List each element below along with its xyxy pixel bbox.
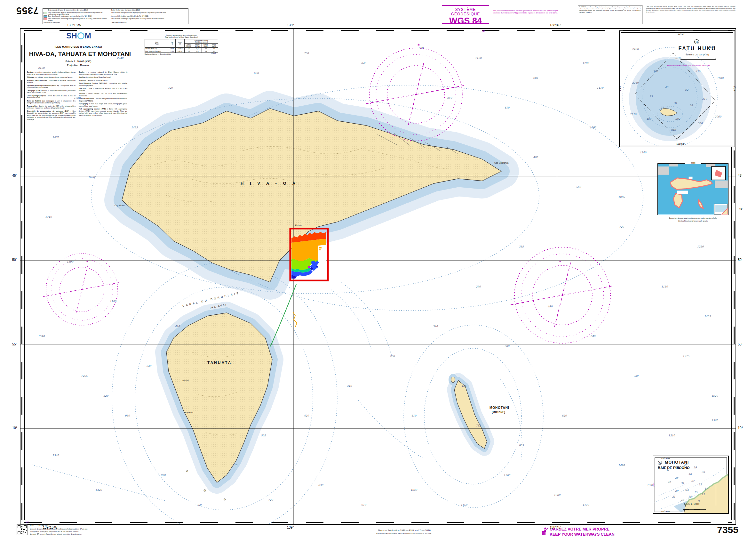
island-label-hiva-oa: H I V A - O A xyxy=(241,181,298,186)
note-paragraph: Positions géographiques : rapportées au … xyxy=(27,79,76,84)
island-tahuata xyxy=(166,313,272,483)
region-title: ÎLES MARQUISES (FENUA ENATA) xyxy=(38,45,118,48)
note-paragraph: Topographie : d'après les cartes de l'IG… xyxy=(27,105,76,109)
coverage-caption-en: Limits of insets and larger scale charts xyxy=(654,220,732,222)
shom-logo-right: M xyxy=(85,31,91,40)
place-atuona: Atuona xyxy=(295,224,302,226)
tide-col-heights: Hauteurs en mètres (Heights in metres) xyxy=(185,39,218,43)
note-paragraph: Dispositifs de concentration de poissons… xyxy=(27,110,76,121)
tide-col-mhwn: PMME MHWN xyxy=(193,43,202,47)
inset-a-subtitle: BAIE DE PUIOONO xyxy=(658,466,690,470)
qr-code xyxy=(17,524,28,535)
inset-a-lon-top: 138°50′W xyxy=(661,457,670,459)
note-paragraph: Levés hydrographiques : levés du Shom de… xyxy=(27,95,76,99)
inset-b-title: FATU HUKU xyxy=(672,46,722,52)
note-paragraph: Sondes : en mètres, rapportées au zéro h… xyxy=(27,71,76,75)
inset-b-badge: B xyxy=(694,39,699,44)
place-cap-kiukiu: Cap Kiukiu xyxy=(115,204,124,206)
coverage-title: 7355 xyxy=(685,162,701,164)
island-label-mohotani: MOHOTANI xyxy=(489,406,509,410)
inset-b-scale: Échelle 1 : 70 000 (9°25′) xyxy=(672,53,722,56)
inset-b-lat-right: 9°25′ xyxy=(733,86,736,91)
graticule-star-top: ✶ xyxy=(417,43,420,47)
tide-col-lat: Lat. S xyxy=(169,39,175,47)
note-paragraph: Zone of confidence : see the categories … xyxy=(79,98,127,102)
inset-b-lat-left: 9°25′ xyxy=(618,86,621,91)
correction-note-2: Navigateurs (GAN) sont disponibles sur l… xyxy=(30,531,79,532)
compass-rose-left xyxy=(43,253,121,325)
tide-col-place: Lieu Place xyxy=(145,39,169,47)
coverage-caption-fr: Couverture des cartouches et des cartes … xyxy=(654,217,732,219)
keep-clean-en: KEEP YOUR WATERWAYS CLEAN xyxy=(550,532,615,537)
place-vaitahu: Vaitahu xyxy=(182,379,189,382)
inset-b-lon-top: 138°55′ xyxy=(668,33,693,36)
note-paragraph: Topography : from IGN maps and aerial ph… xyxy=(79,103,127,107)
note-paragraph: Depths : in metres, reduced to Chart Dat… xyxy=(79,71,127,75)
tide-row: Atuona (Hiva-Oa)9°48′139°02′1,00,80,40,3 xyxy=(145,47,218,50)
correction-note-3: Le code QR permet d'accéder aux avis de … xyxy=(30,533,82,535)
note-paragraph: Sources : Shom surveys 1991 to 2013 and … xyxy=(79,92,127,97)
graticule-star-right: ✶ xyxy=(559,259,561,263)
note-paragraph: World Geodetic System (WGS 84) : compati… xyxy=(79,82,127,86)
inset-mohotani: 414346393336384031272224291512181391721 … xyxy=(653,456,729,514)
chart-number: 7355 xyxy=(716,524,738,535)
coverage-side-label: 45′ xyxy=(739,207,742,210)
shom-logo-ring-icon xyxy=(77,32,84,39)
inset-coverage: 7355 xyxy=(657,163,728,215)
tide-table: Hauteurs au-dessus du zéro hydrographiqu… xyxy=(145,35,218,55)
keep-clean-text: GARDEZ VOTRE MER PROPRE KEEP YOUR WATERW… xyxy=(550,527,615,537)
tide-table-footer: Marée semi-diurne — Semidiurnal tide xyxy=(145,53,218,55)
island-label-tahuata: TAHUATA xyxy=(207,361,232,365)
inset-a-title: MOHOTANI xyxy=(665,460,689,465)
chart-projection: Projection : Mercator xyxy=(42,64,115,66)
inset-fatu-huku: 2460215019802240231020606103604207546523… xyxy=(619,30,735,147)
inset-b-scalebar xyxy=(680,59,716,60)
notes-column-fr: Sondes : en mètres, rapportées au zéro h… xyxy=(27,71,76,121)
note-paragraph: Fish aggregating devices (FAD) : Some fi… xyxy=(79,108,127,116)
tide-title-en: Tidal levels referred to Chart Datum (So… xyxy=(145,36,218,38)
keep-clean-icon xyxy=(541,527,548,536)
inset-a-badge: A xyxy=(658,461,662,465)
graticule-star-left: ✶ xyxy=(86,259,89,263)
island-label-mohotani-alt: (MOTANE) xyxy=(492,411,505,414)
shom-logo: SH M xyxy=(59,31,99,40)
inset-a-lon-bottom: 138°50′W xyxy=(661,510,670,513)
tide-table-title: Hauteurs au-dessus du zéro hydrographiqu… xyxy=(145,35,218,38)
inset-b-note: Radiobalise apériodique : voir Instructi… xyxy=(650,64,727,66)
publication-line-2: Fac-similé de carte interdit sans l'auto… xyxy=(330,532,478,534)
note-paragraph: Carroyage (UTM) : fuseau 7, ellipsoïde i… xyxy=(27,90,76,94)
coverage-map xyxy=(658,164,728,214)
compass-rose-right xyxy=(511,247,614,343)
note-paragraph: Altitudes : en mètres, rapportées au niv… xyxy=(27,76,76,78)
shom-logo-left: SH xyxy=(66,31,77,40)
place-cap-matafenua: Cap Matafenua xyxy=(494,162,508,164)
inset-a-lat-side: 9°57′ xyxy=(653,483,655,487)
keep-clean-fr: GARDEZ VOTRE MER PROPRE xyxy=(550,527,615,532)
publication-line: Shom — Publication 1989 — Édition n° 5 —… xyxy=(340,529,468,532)
tide-col-long: Long. W xyxy=(176,39,185,47)
note-paragraph: Zone de fiabilité des sondages : voir le… xyxy=(27,100,76,104)
chart-title: HIVA-OA, TAHUATA ET MOHOTANI xyxy=(26,51,134,58)
correction-note-1: Les avis de correction publiés dans les … xyxy=(30,528,87,530)
tide-col-mlws: BMVE MLWS xyxy=(210,43,218,47)
tide-col-mhws: PMVE MHWS xyxy=(185,43,193,47)
notes-column-en: Depths : in metres, reduced to Chart Dat… xyxy=(79,71,127,117)
tide-col-mlwn: BMME MLWN xyxy=(202,43,210,47)
note-paragraph: Positions : referred to WGS 84 Datum. xyxy=(79,79,127,82)
chart-scale: Échelle 1 : 70 000 (9°50′) xyxy=(42,60,115,62)
note-paragraph: Heights : in metres above Mean Sea Level… xyxy=(79,76,127,78)
tide-table-grid: Lieu Place Lat. S Long. W Hauteurs en mè… xyxy=(145,39,218,53)
inset-a-scale: Échelle 1 : 10 000 xyxy=(672,503,711,505)
tide-row: Baie Vaitahu (Tahuata)9°55′139°06′1,00,8… xyxy=(145,50,218,52)
correction-label: Corr. : 2019 — 1222 xyxy=(30,524,50,526)
note-paragraph: Système géodésique mondial (WGS 84) : co… xyxy=(27,84,76,89)
note-paragraph: UTM grid : zone 7, International ellipso… xyxy=(79,87,127,92)
inset-b-lon-bottom: 138°55′ xyxy=(668,142,693,145)
place-hapatoni: Hapatoni xyxy=(185,411,193,414)
